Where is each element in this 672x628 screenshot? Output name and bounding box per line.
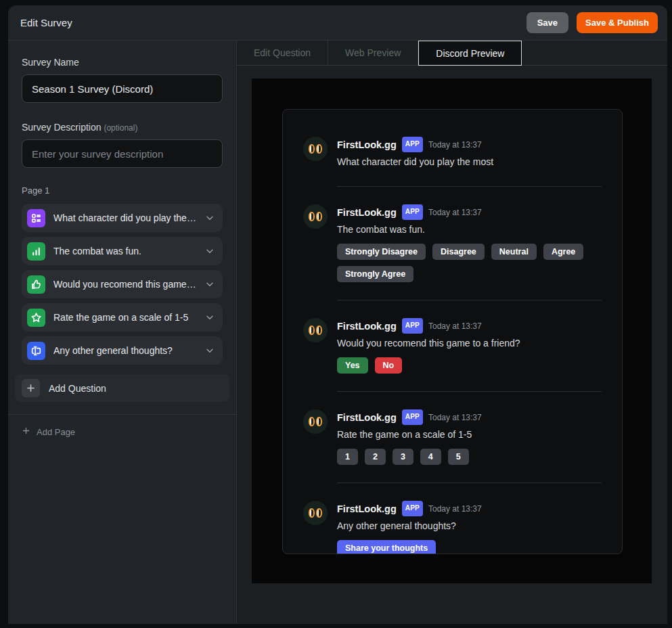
question-list: What character did you play the m... The… (22, 204, 223, 365)
message-timestamp: Today at 13:37 (428, 411, 482, 424)
bar-chart-icon (27, 242, 45, 261)
message-text: Any other general thoughts? (337, 520, 602, 533)
save-button[interactable]: Save (527, 12, 568, 33)
message-divider (337, 186, 602, 187)
firstlook-bot-avatar (303, 409, 328, 434)
bot-username: FirstLook.gg (337, 206, 397, 219)
discord-button-4[interactable]: 4 (420, 449, 441, 465)
message-divider (337, 483, 602, 483)
discord-button-2[interactable]: 2 (365, 449, 386, 465)
message-text: What character did you play the most (337, 156, 602, 169)
discord-button-strongly-agree[interactable]: Strongly Agree (337, 266, 413, 282)
discord-button-agree[interactable]: Agree (543, 244, 583, 260)
question-list-item[interactable]: Would you recomend this game to ... (22, 270, 223, 298)
message-divider (337, 300, 602, 300)
tab-bar: Edit QuestionWeb PreviewDiscord Preview (237, 41, 667, 66)
top-bar: Edit Survey Save Save & Publish (8, 5, 667, 41)
add-page-button[interactable]: Add Page (22, 426, 75, 437)
firstlook-bot-avatar (303, 137, 328, 161)
chevron-down-icon[interactable] (205, 279, 215, 289)
text-input-icon (27, 342, 45, 360)
discord-message: FirstLook.gg APP Today at 13:37 Would yo… (303, 318, 602, 374)
discord-button-strongly-disagree[interactable]: Strongly Disagree (337, 244, 426, 260)
avatar-eye-icon (309, 417, 315, 426)
discord-button-3[interactable]: 3 (393, 449, 413, 465)
firstlook-bot-avatar (303, 318, 328, 342)
discord-message-panel: FirstLook.gg APP Today at 13:37 What cha… (282, 109, 623, 554)
survey-name-input[interactable] (22, 74, 223, 103)
message-buttons: Strongly DisagreeDisagreeNeutralAgreeStr… (337, 244, 602, 282)
question-label: What character did you play the m... (53, 212, 197, 223)
avatar-eye-icon (309, 326, 315, 335)
discord-button-1[interactable]: 1 (337, 449, 358, 465)
avatar-eye-icon (316, 326, 322, 335)
tab-edit-question[interactable]: Edit Question (237, 41, 328, 65)
question-list-item[interactable]: Any other general thoughts? (22, 336, 223, 365)
message-text: Rate the game on a scale of 1-5 (337, 428, 602, 441)
preview-pane: Edit QuestionWeb PreviewDiscord Preview … (237, 41, 667, 623)
optional-hint: (optional) (104, 123, 137, 133)
firstlook-bot-avatar (303, 204, 328, 229)
tab-discord-preview[interactable]: Discord Preview (418, 41, 522, 66)
chevron-down-icon[interactable] (205, 213, 215, 223)
avatar-eye-icon (309, 508, 315, 518)
question-label: The combat was fun. (53, 246, 197, 256)
question-list-item[interactable]: Rate the game on a scale of 1-5 (22, 303, 223, 332)
discord-button-yes[interactable]: Yes (337, 357, 368, 374)
app-window: Edit Survey Save Save & Publish Survey N… (8, 5, 667, 624)
add-page-label: Add Page (37, 427, 75, 437)
survey-editor-sidebar: Survey Name Survey Description (optional… (8, 41, 237, 623)
avatar-eye-icon (316, 417, 322, 426)
survey-description-label: Survey Description (optional) (22, 122, 223, 133)
topbar-actions: Save Save & Publish (527, 12, 658, 33)
message-timestamp: Today at 13:37 (428, 206, 482, 219)
page-label: Page 1 (22, 185, 223, 196)
save-publish-button[interactable]: Save & Publish (577, 12, 658, 33)
avatar-eye-icon (309, 212, 315, 221)
question-list-item[interactable]: What character did you play the m... (22, 204, 223, 232)
chevron-down-icon[interactable] (205, 346, 215, 355)
plus-icon (22, 379, 40, 397)
add-question-button[interactable]: Add Question (15, 374, 229, 402)
tab-web-preview[interactable]: Web Preview (328, 41, 418, 65)
app-badge: APP (402, 204, 423, 220)
survey-name-label: Survey Name (22, 57, 223, 68)
message-timestamp: Today at 13:37 (428, 138, 482, 152)
add-question-label: Add Question (49, 383, 106, 394)
discord-button-no[interactable]: No (375, 357, 403, 374)
bot-username: FirstLook.gg (337, 138, 397, 152)
avatar-eye-icon (316, 212, 322, 221)
bot-username: FirstLook.gg (337, 319, 397, 333)
message-text: The combat was fun. (337, 223, 602, 236)
app-badge: APP (402, 137, 423, 152)
page-title: Edit Survey (20, 17, 72, 28)
plus-icon (22, 426, 30, 437)
discord-message: FirstLook.gg APP Today at 13:37 Rate the… (303, 409, 602, 465)
avatar-eye-icon (316, 508, 322, 518)
discord-preview-stage: FirstLook.gg APP Today at 13:37 What cha… (252, 78, 652, 583)
avatar-eye-icon (316, 144, 322, 154)
message-divider (337, 391, 602, 392)
discord-button-disagree[interactable]: Disagree (432, 244, 485, 260)
discord-button-neutral[interactable]: Neutral (491, 244, 537, 260)
discord-message: FirstLook.gg APP Today at 13:37 The comb… (303, 204, 602, 282)
app-badge: APP (402, 318, 423, 334)
firstlook-bot-avatar (303, 501, 328, 525)
message-timestamp: Today at 13:37 (428, 502, 482, 516)
question-label: Would you recomend this game to ... (53, 279, 197, 290)
discord-message: FirstLook.gg APP Today at 13:37 Any othe… (303, 501, 602, 554)
question-label: Rate the game on a scale of 1-5 (53, 312, 197, 323)
survey-description-input[interactable] (22, 139, 223, 168)
question-label: Any other general thoughts? (53, 345, 197, 356)
discord-button-share-your-thoughts[interactable]: Share your thoughts (337, 540, 436, 554)
message-text: Would you recomend this game to a friend… (337, 337, 602, 350)
avatar-eye-icon (309, 144, 315, 154)
bot-username: FirstLook.gg (337, 502, 397, 516)
question-list-item[interactable]: The combat was fun. (22, 237, 223, 265)
chevron-down-icon[interactable] (205, 313, 215, 322)
app-badge: APP (402, 501, 423, 516)
chevron-down-icon[interactable] (205, 246, 215, 256)
discord-button-5[interactable]: 5 (448, 449, 469, 465)
bot-username: FirstLook.gg (337, 411, 397, 424)
thumbs-up-icon (27, 275, 45, 294)
